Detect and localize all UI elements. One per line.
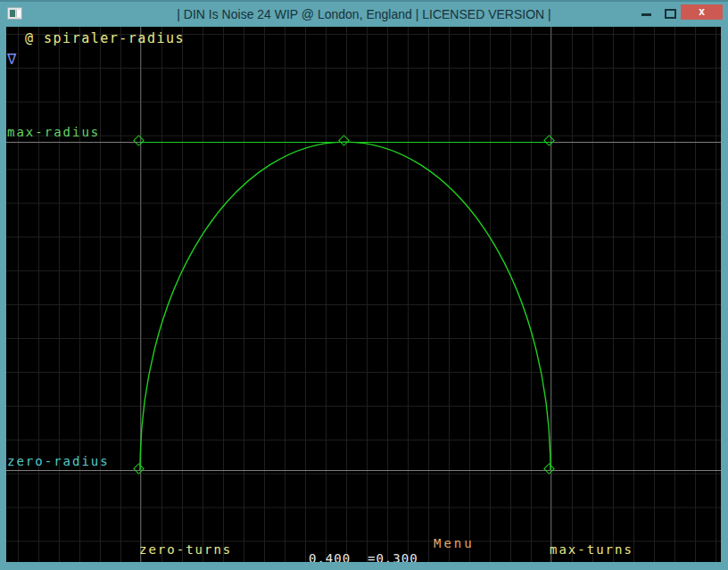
curve-editor-canvas[interactable]: @ spiraler-radius ∇ max-radius zero-radi… xyxy=(6,27,721,562)
minimize-button[interactable] xyxy=(641,13,651,16)
max-radius-label: max-radius xyxy=(7,125,100,139)
zero-turns-label: zero-turns xyxy=(139,542,232,557)
value-readout: 0.400 =0.300 xyxy=(309,551,418,562)
menu-button[interactable]: Menu xyxy=(434,536,475,550)
zero-radius-label: zero-radius xyxy=(7,454,110,468)
maximize-button[interactable] xyxy=(665,9,676,19)
close-button[interactable]: x xyxy=(681,4,723,20)
max-turns-label: max-turns xyxy=(550,542,633,557)
title-bar[interactable]: | DIN Is Noise 24 WIP @ London, England … xyxy=(0,0,728,27)
window-title: | DIN Is Noise 24 WIP @ London, England … xyxy=(0,7,728,21)
editor-heading: @ spiraler-radius xyxy=(25,30,185,46)
envelope-curve xyxy=(6,27,721,562)
triangle-marker-icon[interactable]: ∇ xyxy=(7,50,16,68)
app-window: | DIN Is Noise 24 WIP @ London, England … xyxy=(0,0,728,570)
